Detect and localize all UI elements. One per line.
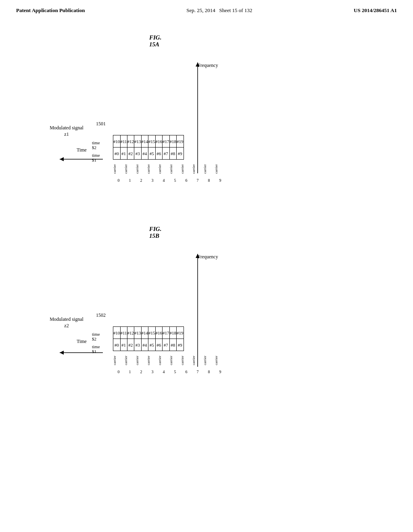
cell-15a-r1c4: #13 (134, 135, 142, 148)
carrier-num-row-15b: 0 1 2 3 4 5 6 7 8 9 (113, 370, 226, 374)
cell-15b-r1c3: #12 (127, 327, 134, 339)
time-label-15a: Time (77, 147, 87, 153)
cell-15b-r2c7: #6 (155, 339, 163, 351)
time-label-15b: Time (77, 339, 87, 345)
cell-15a-r2c7: #6 (155, 148, 163, 160)
cell-15b-r1c9: #18 (169, 327, 177, 339)
header-date: Sep. 25, 2014 (186, 7, 215, 13)
page-header: Patent Application Publication Sep. 25, … (0, 0, 413, 14)
time2-label-15a: time $2 (92, 140, 100, 150)
cell-15b-r2c3: #2 (127, 339, 134, 351)
cell-15b-r2c8: #7 (163, 339, 170, 351)
cell-15b-r1c2: #11 (120, 327, 127, 339)
cell-15b-r2c5: #4 (141, 339, 148, 351)
header-right: US 2014/286451 A1 (354, 7, 397, 14)
signal-label-z1: Modulated signal z1 (48, 125, 85, 137)
cell-15b-r2c6: #5 (148, 339, 156, 351)
cell-15b-r2c10: #9 (177, 339, 184, 351)
cell-15b-r2c1: #0 (113, 339, 121, 351)
cell-15b-r1c4: #13 (134, 327, 142, 339)
header-sheet: Sheet 15 of 132 (219, 7, 252, 13)
cell-15a-r1c1: #10 (113, 135, 121, 148)
cell-15b-r1c7: #16 (155, 327, 163, 339)
fig-15a-label: FIG. 15A (149, 34, 161, 48)
cell-15a-r1c8: #17 (163, 135, 170, 148)
carrier-word-row-15a: carrier carrier carrier carrier carrier … (113, 160, 226, 177)
grid-row-top-15b: #10 #11 #12 #13 #14 #15 #16 #17 #18 #19 (113, 327, 184, 339)
header-left: Patent Application Publication (16, 7, 85, 14)
cell-15a-r2c10: #9 (177, 148, 184, 160)
carrier-num-row-15a: 0 1 2 3 4 5 6 7 8 9 (113, 178, 226, 183)
cell-15a-r2c3: #2 (127, 148, 134, 160)
cell-15a-r2c2: #1 (120, 148, 127, 160)
freq-label-15a: Frequency (198, 62, 218, 69)
cell-15a-r2c9: #8 (169, 148, 177, 160)
signal-label-z2: Modulated signal z2 (48, 316, 85, 329)
cell-15a-r1c5: #14 (141, 135, 148, 148)
cell-15a-r2c8: #7 (163, 148, 170, 160)
cell-15a-r1c3: #12 (127, 135, 134, 148)
cell-15b-r1c1: #10 (113, 327, 121, 339)
cell-15b-r2c2: #1 (120, 339, 127, 351)
time2-label-15b: time $2 (92, 332, 100, 341)
cell-15a-r1c9: #18 (169, 135, 177, 148)
grid-row-bottom-15a: #0 #1 #2 #3 #4 #5 #6 #7 #8 #9 (113, 148, 184, 160)
svg-marker-5 (60, 351, 64, 355)
freq-label-15b: Frequency (198, 254, 218, 260)
cell-15a-r1c7: #16 (155, 135, 163, 148)
cell-15a-r2c1: #0 (113, 148, 121, 160)
cell-15a-r2c5: #4 (141, 148, 148, 160)
time1-label-15a: time $1 (92, 153, 100, 162)
cell-15a-r2c6: #5 (148, 148, 156, 160)
cell-15a-r1c2: #11 (120, 135, 127, 148)
cell-15a-r1c6: #15 (148, 135, 156, 148)
grid-row-top-15a: #10 #11 #12 #13 #14 #15 #16 #17 #18 #19 (113, 135, 184, 148)
grid-row-bottom-15b: #0 #1 #2 #3 #4 #5 #6 #7 #8 #9 (113, 339, 184, 351)
svg-marker-1 (60, 157, 64, 161)
cell-15b-r1c8: #17 (163, 327, 170, 339)
cell-15a-r2c4: #3 (134, 148, 142, 160)
grid-15a: #10 #11 #12 #13 #14 #15 #16 #17 #18 #19 … (113, 135, 184, 160)
cell-15b-r1c10: #19 (177, 327, 184, 339)
cell-15b-r1c6: #15 (148, 327, 156, 339)
grid-15b: #10 #11 #12 #13 #14 #15 #16 #17 #18 #19 … (113, 326, 184, 351)
fig-15b-label: FIG. 15B (149, 226, 161, 239)
cell-15b-r2c9: #8 (169, 339, 177, 351)
cell-15b-r1c5: #14 (141, 327, 148, 339)
time1-label-15b: time $1 (92, 344, 100, 354)
ref-1502: 1502 (96, 312, 106, 318)
carrier-word-row-15b: carrier carrier carrier carrier carrier … (113, 352, 226, 369)
cell-15a-r1c10: #19 (177, 135, 184, 148)
header-center: Sep. 25, 2014 Sheet 15 of 132 (186, 7, 252, 14)
ref-1501: 1501 (96, 121, 106, 127)
cell-15b-r2c4: #3 (134, 339, 142, 351)
